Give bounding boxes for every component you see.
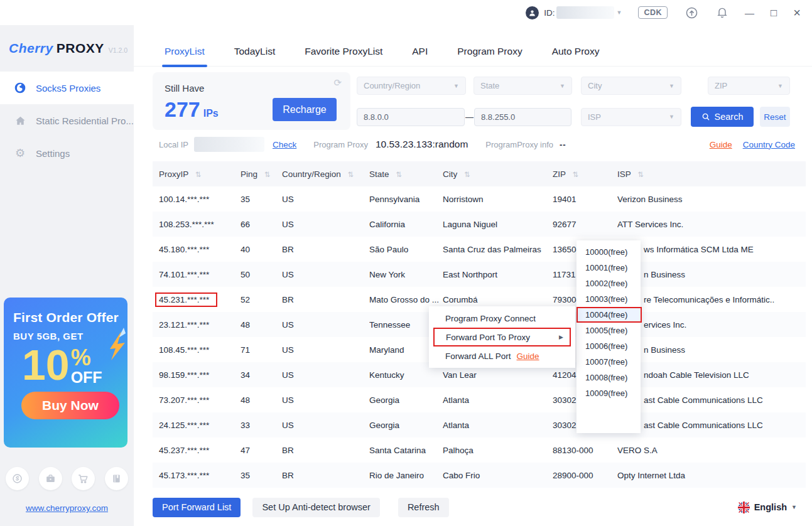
tab[interactable]: Program Proxy (457, 36, 522, 66)
table-row[interactable]: 45.173.***.*** 35 BR Rio de Janeiro Cabo… (153, 463, 806, 488)
column-header[interactable]: ZIP ⇅ (553, 161, 617, 186)
tab[interactable]: Favorite ProxyList (305, 36, 382, 66)
column-label: ProxyIP (159, 169, 188, 179)
state-cell: Georgia (369, 412, 443, 437)
promo-banner[interactable]: First Order Offer BUY 5GB, GET 10 % OFF … (4, 298, 127, 448)
notifications-bell-icon[interactable] (716, 6, 728, 19)
money-back-icon[interactable] (6, 467, 29, 490)
sort-icon[interactable]: ⇅ (348, 171, 354, 178)
manual-book-icon[interactable] (105, 467, 128, 490)
filter-row-1: Country/Region ▼ State ▼ City ▼ ZIP ▼ (357, 77, 790, 95)
tab-label: Auto Proxy (552, 46, 600, 57)
recharge-button[interactable]: Recharge (273, 98, 337, 121)
ip-range-to-input[interactable]: 8.8.255.0 (474, 108, 571, 126)
sort-icon[interactable]: ⇅ (195, 171, 202, 178)
language-selector[interactable]: English ▼ (738, 502, 797, 513)
column-header[interactable]: Country/Region ⇅ (282, 161, 369, 186)
state-cell: São Paulo (369, 237, 443, 262)
sort-icon[interactable]: ⇅ (264, 171, 271, 178)
ping-cell: 35 (241, 186, 282, 212)
country-code-link[interactable]: Country Code (743, 140, 795, 149)
port-menu-item[interactable]: 10001(free) (577, 260, 641, 276)
sort-icon[interactable]: ⇅ (464, 171, 470, 178)
zip-select[interactable]: ZIP ▼ (708, 77, 790, 95)
port-label: 10005(free) (585, 326, 627, 335)
city-cell: East Northport (443, 262, 553, 287)
table-row[interactable]: 108.253.***.*** 66 US California Laguna … (153, 212, 806, 237)
cdk-button[interactable]: CDK (638, 6, 668, 19)
port-menu-item[interactable]: 10006(free) (577, 338, 641, 354)
table-row[interactable]: 73.207.***.*** 48 US Georgia Atlanta 303… (153, 387, 806, 412)
user-avatar-icon[interactable] (526, 6, 539, 19)
chevron-down-icon: ▼ (453, 83, 459, 89)
table-row[interactable]: 45.180.***.*** 40 BR São Paulo Santa Cru… (153, 237, 806, 262)
city-select[interactable]: City ▼ (581, 77, 681, 95)
country-region-select[interactable]: Country/Region ▼ (357, 77, 466, 95)
isp-select[interactable]: ISP ▼ (581, 108, 681, 126)
maximize-button[interactable]: □ (771, 8, 777, 18)
anti-detect-browser-button[interactable]: Set Up Anti-detect browser (252, 498, 379, 517)
port-menu-item[interactable]: 10003(free) (577, 291, 641, 307)
port-forward-list-button[interactable]: Port Forward List (153, 498, 241, 517)
tab[interactable]: ProxyList (165, 36, 205, 66)
table-row[interactable]: 74.101.***.*** 50 US New York East North… (153, 262, 806, 287)
port-menu-item[interactable]: 10000(free) (577, 244, 641, 260)
cart-icon[interactable] (72, 467, 95, 490)
tab-bar: ProxyList TodayList Favorite ProxyList A… (134, 36, 812, 67)
guide-link[interactable]: Guide (710, 140, 732, 149)
sort-icon[interactable]: ⇅ (396, 171, 402, 178)
sort-icon[interactable]: ⇅ (573, 171, 579, 178)
reset-button[interactable]: Reset (760, 107, 790, 127)
column-header[interactable]: City ⇅ (443, 161, 553, 186)
account-dropdown-icon[interactable]: ▼ (617, 9, 622, 16)
promo-percent: 10 (22, 343, 70, 387)
tab[interactable]: API (412, 36, 428, 66)
table-row[interactable]: 24.125.***.*** 33 US Georgia Atlanta 303… (153, 412, 806, 437)
sidebar-item-static-residential[interactable]: Static Residential Pro... (0, 104, 134, 137)
sidebar-item-socks5-proxies[interactable]: Socks5 Proxies (0, 72, 134, 104)
column-header[interactable]: State ⇅ (369, 161, 443, 186)
port-menu-item[interactable]: 10002(free) (577, 276, 641, 291)
proxy-ip-cell: 98.159.***.*** (159, 370, 209, 380)
zip-cell: 88130-000 (553, 437, 617, 463)
sort-icon[interactable]: ⇅ (637, 171, 644, 178)
program-proxy-info-label: ProgramProxy info (485, 140, 553, 149)
city-cell: Santa Cruz das Palmeiras (443, 237, 553, 262)
website-link[interactable]: www.cherryproxy.com (26, 503, 108, 513)
column-header[interactable]: ISP ⇅ (617, 161, 806, 186)
website-link-row: www.cherryproxy.com (0, 502, 134, 513)
ip-range-from-input[interactable]: 8.8.0.0 (357, 108, 465, 126)
sidebar-item-settings[interactable]: ⚙ Settings (0, 137, 134, 169)
proxy-ip-cell: 73.207.***.*** (159, 395, 209, 405)
menu-item-forward-port-to-proxy[interactable]: Forward Port To Proxy ▶ (433, 328, 571, 346)
column-header[interactable]: ProxyIP ⇅ (153, 161, 241, 186)
port-menu-item[interactable]: 10008(free) (577, 370, 641, 385)
refresh-button[interactable]: Refresh (398, 498, 449, 517)
home-icon (14, 114, 26, 127)
port-menu-item[interactable]: 10009(free) (577, 385, 641, 401)
table-row[interactable]: 45.237.***.*** 47 BR Santa Catarina Palh… (153, 437, 806, 463)
table-row[interactable]: 100.14.***.*** 35 US Pennsylvania Norris… (153, 186, 806, 212)
refresh-balance-icon[interactable]: ⟳ (333, 77, 342, 89)
menu-guide-link[interactable]: Guide (517, 352, 539, 361)
port-menu-item[interactable]: 10007(free) (577, 354, 641, 370)
buy-now-button[interactable]: Buy Now (21, 392, 119, 419)
check-link[interactable]: Check (273, 140, 296, 149)
menu-item-program-proxy-connect[interactable]: Program Proxy Connect (429, 309, 575, 328)
minimize-button[interactable]: — (745, 8, 754, 18)
briefcase-icon[interactable] (39, 467, 62, 490)
program-proxy-value: 10.53.23.133:random (376, 139, 468, 150)
account-id-label: ID: (544, 8, 555, 18)
tab[interactable]: TodayList (234, 36, 275, 66)
table-header-row: ProxyIP ⇅ Ping ⇅ Country/Region ⇅ State … (153, 161, 806, 186)
column-header[interactable]: Ping ⇅ (241, 161, 282, 186)
update-icon[interactable] (685, 6, 698, 19)
close-button[interactable]: × (793, 6, 801, 19)
state-select[interactable]: State ▼ (474, 77, 572, 95)
menu-item-forward-all-port[interactable]: Forward ALL Port Guide (429, 346, 575, 365)
port-menu-item[interactable]: 10004(free) (577, 307, 642, 323)
tab[interactable]: Auto Proxy (552, 36, 600, 66)
search-button[interactable]: Search (691, 107, 754, 127)
port-menu-item[interactable]: 10005(free) (577, 323, 641, 338)
lightning-decoration-icon (105, 328, 126, 360)
